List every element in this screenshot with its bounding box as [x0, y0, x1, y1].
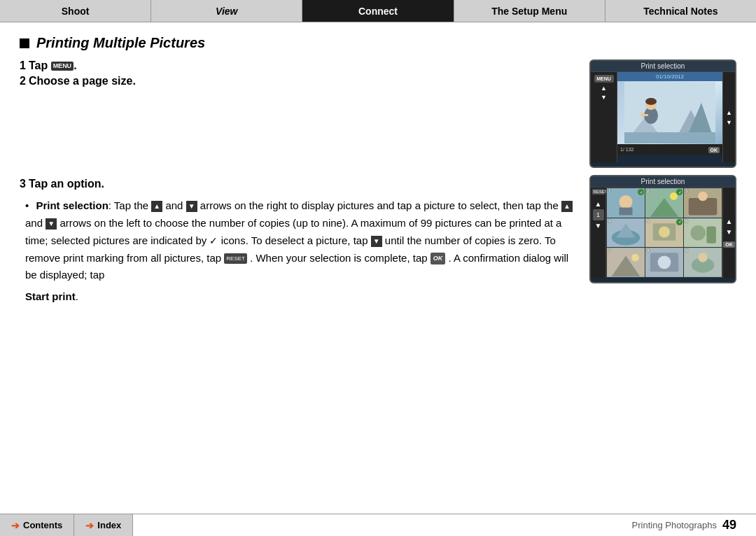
svg-point-9 — [640, 113, 645, 117]
cell-6-num: 6 — [685, 219, 687, 223]
down-arrow-icon: ▼ — [186, 201, 197, 212]
page-body: Printing Multiple Pictures 1 Tap MENU. 2… — [0, 22, 756, 313]
grid-cell-4: 4 — [607, 218, 645, 248]
ok-icon: OK — [430, 253, 446, 265]
screen2-ok-btn: OK — [723, 241, 735, 248]
screen1-up-arrow: ▲ — [601, 85, 607, 92]
step-2-number: 2 — [20, 75, 26, 87]
screen2-number-display: 1 — [593, 209, 604, 220]
grid-cell-3: 3 — [684, 188, 722, 218]
screen2-reset-btn: RESET — [592, 189, 605, 195]
screen1-down-arrow: ▼ — [601, 94, 607, 101]
section-title-text: Printing Multiple Pictures — [36, 35, 205, 51]
contents-nav-item[interactable]: ➔ Contents — [0, 514, 74, 537]
arrows-text: arrows on the right to display pictures … — [200, 199, 561, 211]
screen2-right-up: ▲ — [726, 218, 733, 225]
grid-cell-1: 1 ✓ — [607, 188, 645, 218]
contents-arrow-icon: ➔ — [11, 520, 20, 531]
index-arrow-icon: ➔ — [85, 520, 94, 531]
grid-photo-1 — [607, 188, 645, 218]
step-2-text: Choose a page size. — [29, 75, 136, 87]
svg-point-33 — [658, 256, 671, 269]
up-arrow-icon: ▲ — [151, 201, 162, 212]
svg-rect-27 — [706, 226, 716, 243]
grid-photo-9 — [684, 248, 722, 277]
cell-4-num: 4 — [608, 219, 610, 223]
up-arrow-icon-2: ▲ — [561, 201, 573, 212]
steps-1-2-area: 1 Tap MENU. 2 Choose a page size. Print … — [20, 59, 736, 168]
photo-illustration — [624, 82, 715, 143]
bullet-colon: : Tap the — [108, 199, 148, 211]
screen2-down-left: ▼ — [595, 222, 602, 230]
step-3-area: 3 Tap an option. Print selection: Tap th… — [20, 175, 736, 306]
and-text-2: and — [25, 217, 46, 229]
grid-cell-8: 8 — [645, 248, 683, 277]
screen1-photo-area — [617, 81, 722, 144]
start-print-text: Start print — [25, 290, 76, 302]
screen1-menu-btn: MENU — [594, 75, 614, 83]
screen1-body: MENU ▲ ▼ 01/10/2012 — [591, 72, 735, 162]
cell-1-check: ✓ — [638, 189, 644, 195]
screen1-right-down: ▼ — [726, 119, 732, 126]
grid-cell-2: 2 ✓ — [645, 188, 683, 218]
cell-5-check: ✓ — [676, 219, 682, 225]
nav-shoot-label: Shoot — [62, 6, 90, 17]
step-2-row: 2 Choose a page size. — [20, 75, 575, 87]
step-1-tap-label: Tap — [29, 59, 48, 71]
bullet-text: Print selection: Tap the ▲ and ▼ arrows … — [25, 199, 573, 281]
svg-point-26 — [690, 225, 706, 241]
and-text-1: and — [165, 199, 183, 211]
svg-point-7 — [645, 98, 657, 105]
grid-photo-7 — [607, 248, 645, 277]
start-print-line: Start print. — [25, 288, 575, 306]
page-number: 49 — [722, 518, 736, 533]
screen2-photo-grid: 1 ✓ 2 ✓ — [606, 188, 722, 278]
down-arrow-icon-2: ▼ — [46, 218, 57, 230]
cell-8-num: 8 — [647, 248, 649, 253]
bullet-label: Print selection — [36, 199, 108, 211]
index-label: Index — [97, 520, 121, 530]
svg-point-24 — [659, 226, 670, 237]
screen1-main-area: 01/10/2012 — [617, 72, 722, 162]
svg-point-30 — [631, 254, 639, 262]
contents-label: Contents — [23, 520, 62, 530]
section-marker-icon — [20, 38, 29, 48]
svg-rect-4 — [624, 132, 715, 143]
screen2-up-left: ▲ — [595, 200, 602, 208]
deselect-text: icons. To deselect a picture, tap — [221, 234, 371, 246]
svg-point-11 — [620, 195, 633, 209]
bottom-navigation: ➔ Contents ➔ Index Printing Photographs … — [0, 514, 756, 536]
reset-icon: RESET — [224, 253, 247, 264]
page-label: Printing Photographs — [632, 520, 717, 530]
screen1-footer: 1/ 132 OK — [617, 144, 722, 155]
nav-view-label: View — [216, 6, 237, 17]
screen1-right-up: ▲ — [726, 109, 732, 116]
main-content: Printing Multiple Pictures 1 Tap MENU. 2… — [0, 22, 756, 536]
cell-2-num: 2 — [647, 189, 649, 193]
nav-setup-menu[interactable]: The Setup Menu — [454, 0, 606, 22]
grid-photo-2 — [645, 188, 683, 218]
nav-view[interactable]: View — [151, 0, 302, 22]
nav-technical-notes-label: Technical Notes — [643, 6, 718, 17]
nav-shoot[interactable]: Shoot — [0, 0, 151, 22]
period: . — [76, 290, 78, 302]
nav-technical-notes[interactable]: Technical Notes — [606, 0, 756, 22]
screen1-date-text: 01/10/2012 — [656, 73, 684, 80]
cell-3-num: 3 — [685, 189, 687, 193]
nav-connect[interactable]: Connect — [302, 0, 454, 22]
cell-2-check: ✓ — [676, 189, 682, 195]
bottom-nav-right: Printing Photographs 49 — [632, 518, 756, 533]
screen1-right-panel: ▲ ▼ — [722, 72, 735, 162]
grid-photo-4 — [607, 218, 645, 248]
grid-cell-5: 5 ✓ — [645, 218, 683, 248]
index-nav-item[interactable]: ➔ Index — [74, 514, 133, 537]
grid-cell-9: 9 — [684, 248, 722, 277]
screen1-date: 01/10/2012 — [617, 72, 722, 81]
step-3-text-area: 3 Tap an option. Print selection: Tap th… — [20, 175, 575, 306]
screen-1-illustration: Print selection MENU ▲ ▼ 01/10/2012 — [589, 59, 736, 168]
step-3-row: 3 Tap an option. — [20, 175, 575, 193]
screen-2-illustration: Print selection RESET ▲ 1 ▼ — [589, 175, 736, 283]
screen1-header-text: Print selection — [641, 62, 685, 70]
screen1-counter: 1/ 132 — [620, 147, 634, 152]
screen2-header-text: Print selection — [641, 178, 685, 185]
